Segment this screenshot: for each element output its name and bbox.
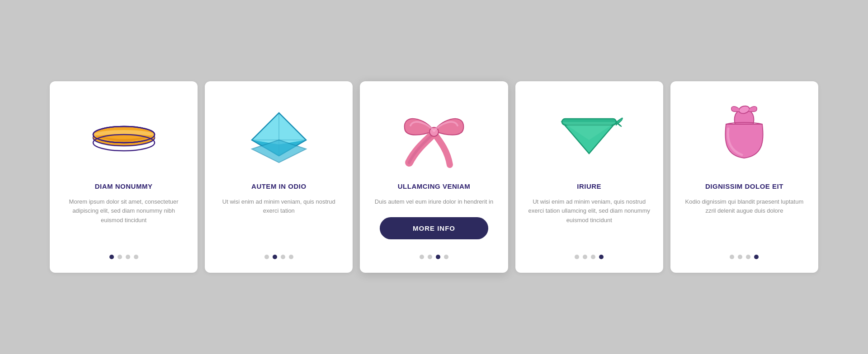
dot-2-3 — [281, 255, 285, 259]
headband-icon — [88, 99, 160, 172]
cards-container: DIAM NONUMMY Morem ipsum dolor sit amet,… — [50, 81, 818, 273]
card-4: IRIURE Ut wisi enim ad minim veniam, qui… — [515, 81, 663, 273]
card-1: DIAM NONUMMY Morem ipsum dolor sit amet,… — [50, 81, 198, 273]
dot-2-4 — [289, 255, 293, 259]
dot-1-3 — [126, 255, 130, 259]
card-5: DIGNISSIM DOLOE EIT Kodio dignissim qui … — [670, 81, 818, 273]
dot-5-1 — [730, 255, 734, 259]
dot-4-1 — [575, 255, 579, 259]
bandana-icon — [555, 99, 623, 172]
dot-2-1 — [264, 255, 269, 259]
card-4-title: IRIURE — [577, 182, 601, 190]
dot-1-2 — [118, 255, 122, 259]
card-1-title: DIAM NONUMMY — [95, 182, 153, 190]
card-2-title: AUTEM IN ODIO — [251, 182, 307, 190]
card-3-dots — [420, 250, 448, 259]
dot-5-2 — [738, 255, 742, 259]
more-info-button[interactable]: MORE INFO — [380, 217, 488, 239]
dot-1-1 — [109, 255, 114, 259]
dot-3-1 — [420, 255, 424, 259]
dot-3-3 — [436, 255, 440, 259]
pink-bandana-icon — [712, 99, 776, 172]
card-5-dots — [730, 250, 759, 259]
folded-scarf-icon — [245, 99, 313, 172]
card-2-dots — [264, 250, 293, 259]
hair-bow-icon — [393, 99, 475, 172]
card-4-dots — [575, 250, 604, 259]
card-2-text: Ut wisi enim ad minim veniam, quis nostr… — [217, 197, 340, 240]
card-5-title: DIGNISSIM DOLOE EIT — [705, 182, 783, 190]
card-3-text: Duis autem vel eum iriure dolor in hendr… — [375, 197, 493, 207]
card-2: AUTEM IN ODIO Ut wisi enim ad minim veni… — [205, 81, 353, 273]
card-1-text: Morem ipsum dolor sit amet, consectetuer… — [62, 197, 185, 240]
dot-5-3 — [746, 255, 750, 259]
dot-2-2 — [273, 255, 277, 259]
card-3: ULLAMCING VENIAM Duis autem vel eum iriu… — [360, 81, 508, 273]
dot-5-4 — [754, 255, 759, 259]
dot-1-4 — [134, 255, 138, 259]
dot-3-4 — [444, 255, 448, 259]
dot-4-4 — [599, 255, 604, 259]
dot-4-3 — [591, 255, 595, 259]
dot-4-2 — [583, 255, 587, 259]
card-4-text: Ut wisi enim ad minim veniam, quis nostr… — [528, 197, 651, 240]
card-5-text: Kodio dignissim qui blandit praesent lup… — [683, 197, 806, 240]
dot-3-2 — [428, 255, 432, 259]
card-1-dots — [109, 250, 138, 259]
card-3-title: ULLAMCING VENIAM — [398, 182, 471, 190]
